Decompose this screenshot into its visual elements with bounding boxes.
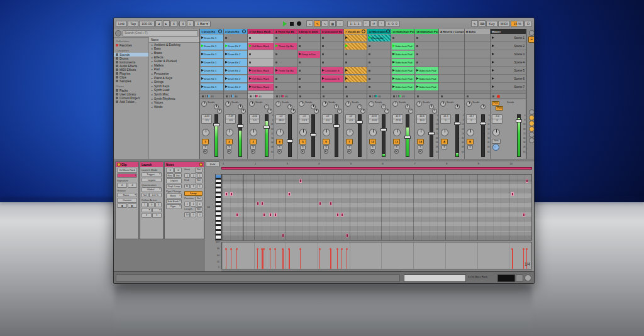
scene-launch-icon[interactable] xyxy=(492,69,494,72)
scene-launch-icon[interactable] xyxy=(492,45,494,47)
clip[interactable]: Wavetable xyxy=(368,35,391,41)
send-b-post-toggle[interactable]: Post xyxy=(496,106,503,111)
track-stop-button[interactable] xyxy=(323,95,325,97)
key-map-button[interactable]: Key xyxy=(486,21,497,27)
clip-slot[interactable] xyxy=(415,34,438,42)
volume-fader[interactable] xyxy=(288,114,292,157)
clip[interactable]: Ovl Bass Rack xyxy=(248,75,274,82)
clip-slot[interactable] xyxy=(367,67,391,75)
arm-button[interactable] xyxy=(277,149,282,154)
arm-button[interactable] xyxy=(324,149,329,154)
legato-notes-button[interactable]: Legato xyxy=(166,178,182,183)
clip-slot[interactable]: Drum Kit 1 xyxy=(200,83,223,91)
clip-slot[interactable]: Ovl Bass Rack xyxy=(248,67,274,75)
clip-slot[interactable]: Sidechain Pad xyxy=(391,67,414,75)
velocity-stem[interactable] xyxy=(226,249,226,269)
midi-note[interactable] xyxy=(263,213,265,217)
clip-launch-icon[interactable] xyxy=(249,69,252,72)
volume-field[interactable]: -10.8 xyxy=(369,119,379,124)
clip-slot[interactable] xyxy=(344,83,367,91)
clip-launch-icon[interactable] xyxy=(249,45,252,47)
clip-launch-icon[interactable] xyxy=(392,77,395,80)
browser-list-item[interactable]: Bass xyxy=(149,47,199,51)
velocity-stem[interactable] xyxy=(330,249,331,269)
clip-slot[interactable] xyxy=(344,58,367,67)
clip[interactable]: Ovl Bass Rack xyxy=(248,67,274,74)
clip-slot[interactable] xyxy=(297,58,320,67)
track-activator[interactable]: A xyxy=(441,139,448,144)
clip-slot[interactable]: Drum Kit 1 xyxy=(200,42,223,50)
volume-field[interactable]: -14.0 xyxy=(416,119,427,124)
clip-slot[interactable] xyxy=(367,75,391,83)
signature-denominator[interactable]: 4 xyxy=(128,183,138,188)
clip-launch-icon[interactable] xyxy=(392,85,395,88)
clip-stop-icon[interactable] xyxy=(322,37,324,39)
clip-stop-icon[interactable] xyxy=(345,53,347,55)
velocity-stem[interactable] xyxy=(270,249,270,269)
clip-slot[interactable]: Drum Kit 2 xyxy=(224,50,247,58)
clip-name-field[interactable]: Ovl Bass Rack xyxy=(117,168,137,173)
track-activator[interactable]: 5 xyxy=(299,139,306,144)
clip-nudge-left-button[interactable]: ◀ xyxy=(117,203,127,209)
clip-launch-icon[interactable] xyxy=(369,36,371,39)
clip[interactable]: Drum Kit 2 xyxy=(225,43,247,50)
velocity-stem[interactable] xyxy=(337,249,338,269)
velocity-stem[interactable] xyxy=(262,249,262,269)
velocity-stem[interactable] xyxy=(257,249,258,269)
io-toggle[interactable] xyxy=(529,109,535,115)
clip-slot[interactable] xyxy=(367,50,391,58)
position-field[interactable]: 1 xyxy=(191,202,196,207)
fader-grip[interactable] xyxy=(264,126,270,129)
scene-row[interactable]: Scene 5 xyxy=(491,67,526,75)
follow-action-chooser[interactable] xyxy=(152,208,162,213)
browser-back-icon[interactable] xyxy=(115,30,121,36)
clip-slot[interactable]: Ovl Bass Rack xyxy=(248,75,274,83)
clip-stop-icon[interactable] xyxy=(275,37,277,39)
start-time-field[interactable]: 1 xyxy=(197,173,203,178)
track-header[interactable]: 3 Ovl Bass Rack xyxy=(248,29,274,34)
follow-action-chooser[interactable] xyxy=(142,208,152,213)
solo-button[interactable]: S xyxy=(300,145,306,149)
velocity-stem[interactable] xyxy=(512,249,513,269)
clip-slot[interactable] xyxy=(439,83,464,91)
sidebar-item-samples[interactable]: Samples xyxy=(114,79,148,83)
send-b-knob[interactable] xyxy=(432,109,437,114)
clip-slot[interactable] xyxy=(415,50,438,58)
scene-row[interactable]: Scene 2 xyxy=(491,42,526,50)
send-b-knob[interactable] xyxy=(360,109,365,114)
clip-slot[interactable] xyxy=(297,34,320,42)
arrangement-position-display[interactable]: 1. 1. 1 xyxy=(347,21,362,27)
scene-row[interactable]: Scene 7 xyxy=(491,83,526,91)
clip-stop-icon[interactable] xyxy=(249,62,251,63)
nudge-up-button[interactable]: ► xyxy=(163,20,170,27)
clip-stop-icon[interactable] xyxy=(299,70,301,72)
fader-grip[interactable] xyxy=(380,128,387,131)
clip[interactable]: Drum Kit 1 xyxy=(201,59,223,66)
solo-button[interactable]: S xyxy=(370,145,375,149)
quantization-menu[interactable]: 1 Bar ▾ xyxy=(194,21,210,27)
scene-scroll-icon[interactable]: ☰ xyxy=(528,36,535,43)
send-b-knob[interactable] xyxy=(384,109,389,114)
clip[interactable]: Drum Kit 2 xyxy=(225,59,247,66)
clip-slot[interactable]: Drum Kit 1 xyxy=(200,50,223,58)
clip[interactable]: Sidechain Pad xyxy=(392,84,414,90)
solo-button[interactable]: S xyxy=(394,145,399,149)
clip[interactable]: Drum Kit 1 xyxy=(201,51,223,58)
browser-list-item[interactable]: Synth Keys xyxy=(149,84,199,89)
velocity-stem[interactable] xyxy=(319,249,320,269)
clip-stop-icon[interactable] xyxy=(299,45,301,47)
fader-grip[interactable] xyxy=(454,122,460,125)
clip-slot[interactable]: Sidechain Pad xyxy=(391,42,414,50)
track-activator[interactable]: 2 xyxy=(226,139,233,144)
midi-note[interactable] xyxy=(341,213,343,217)
clip-launch-icon[interactable] xyxy=(322,77,325,80)
clip[interactable]: Sidechain Pad xyxy=(392,75,414,82)
draw-mode-button[interactable]: ✎ xyxy=(471,20,478,27)
clip-slot[interactable]: Drum Kit 2 xyxy=(224,75,247,83)
solo-button[interactable]: S xyxy=(226,145,232,149)
footer-knob[interactable] xyxy=(525,274,531,281)
clip-launch-icon[interactable] xyxy=(225,77,228,80)
fader-grip[interactable] xyxy=(287,139,293,143)
end-time-field[interactable]: 1 xyxy=(197,184,203,189)
velocity-stem[interactable] xyxy=(289,249,289,269)
